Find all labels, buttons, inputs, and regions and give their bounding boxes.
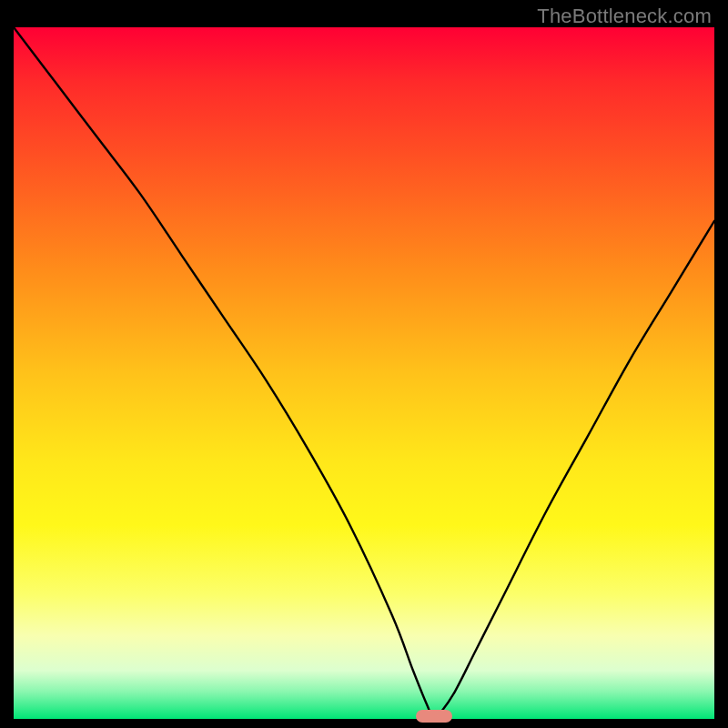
optimal-marker bbox=[416, 710, 452, 723]
chart-frame bbox=[14, 27, 714, 719]
watermark-text: TheBottleneck.com bbox=[537, 5, 712, 28]
chart-background-gradient bbox=[14, 27, 714, 719]
